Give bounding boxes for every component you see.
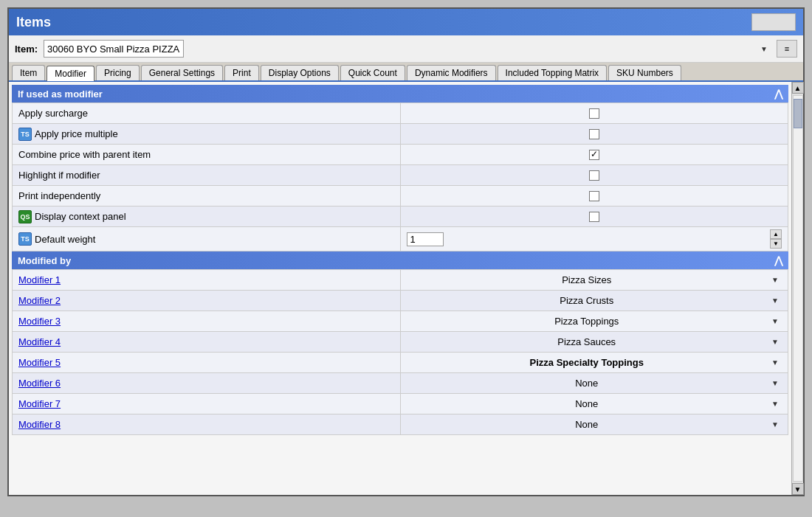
modifier8-selected: None <box>407 419 782 430</box>
tab-modifier[interactable]: Modifier <box>47 66 94 81</box>
modifier8-select-wrapper: None ▼ <box>407 419 782 430</box>
print-independently-value <box>400 186 788 207</box>
tab-sku-numbers[interactable]: SKU Numbers <box>608 65 681 80</box>
tabs-row: Item Modifier Pricing General Settings P… <box>9 63 803 82</box>
spinner-down-button[interactable]: ▼ <box>770 239 782 249</box>
spinner-up-button[interactable]: ▲ <box>770 229 782 239</box>
scroll-up-button[interactable]: ▲ <box>792 82 804 94</box>
qs-icon-context: QS <box>18 210 32 223</box>
scroll-down-button[interactable]: ▼ <box>792 483 804 495</box>
modifier8-link[interactable]: Modifier 8 <box>18 419 61 430</box>
modifier2-selected: Pizza Crusts <box>407 295 782 306</box>
scrollbar: ▲ ▼ <box>791 82 803 495</box>
modifier2-select-wrapper: Pizza Crusts ▼ <box>407 295 782 306</box>
table-row: Combine price with parent item <box>13 145 788 165</box>
tab-general-settings[interactable]: General Settings <box>141 65 223 80</box>
modifier4-label: Modifier 4 <box>13 332 401 353</box>
apply-surcharge-checkbox[interactable] <box>589 108 599 119</box>
apply-price-multiple-value <box>400 124 788 145</box>
tab-display-options[interactable]: Display Options <box>261 65 339 80</box>
modifier2-arrow-icon[interactable]: ▼ <box>771 296 779 305</box>
modified-by-table: Modifier 1 Pizza Sizes ▼ Modifier 2 <box>12 269 788 435</box>
modifier4-link[interactable]: Modifier 4 <box>18 336 61 347</box>
title-bar: Items <box>9 9 803 35</box>
modifier3-value: Pizza Toppings ▼ <box>400 311 788 332</box>
apply-price-multiple-label: TS Apply price multiple <box>13 124 401 145</box>
table-row: Modifier 1 Pizza Sizes ▼ <box>13 270 788 291</box>
content-area: If used as modifier ⋀ Apply surcharge TS <box>9 82 791 495</box>
modifier7-link[interactable]: Modifier 7 <box>18 398 61 409</box>
item-nav-button[interactable]: ≡ <box>777 40 797 58</box>
modifier3-select-wrapper: Pizza Toppings ▼ <box>407 316 782 327</box>
modifier1-value: Pizza Sizes ▼ <box>400 270 788 291</box>
title-bar-right <box>751 13 796 31</box>
table-row: Modifier 3 Pizza Toppings ▼ <box>13 311 788 332</box>
table-row: Modifier 2 Pizza Crusts ▼ <box>13 291 788 311</box>
modifier8-arrow-icon[interactable]: ▼ <box>771 420 779 428</box>
apply-price-multiple-icon-group: TS Apply price multiple <box>18 128 118 141</box>
print-independently-checkbox[interactable] <box>589 191 599 201</box>
table-row: Modifier 6 None ▼ <box>13 373 788 394</box>
display-context-label: QS Display context panel <box>13 207 401 227</box>
modifier1-link[interactable]: Modifier 1 <box>18 274 61 285</box>
modifier6-arrow-icon[interactable]: ▼ <box>771 379 779 387</box>
modifier3-link[interactable]: Modifier 3 <box>18 316 61 327</box>
modifier6-link[interactable]: Modifier 6 <box>18 378 61 389</box>
default-weight-icon-group: TS Default weight <box>18 232 95 246</box>
section1-collapse-icon[interactable]: ⋀ <box>774 88 782 100</box>
ts-icon-weight: TS <box>18 232 32 246</box>
modifier5-arrow-icon[interactable]: ▼ <box>771 358 779 367</box>
table-row: Modifier 7 None ▼ <box>13 394 788 414</box>
table-row: TS Default weight ▲ ▼ <box>13 227 788 251</box>
modifier7-arrow-icon[interactable]: ▼ <box>771 400 779 408</box>
apply-price-multiple-checkbox[interactable] <box>589 129 599 139</box>
scroll-thumb[interactable] <box>794 99 802 128</box>
table-row: Print independently <box>13 186 788 207</box>
highlight-modifier-checkbox[interactable] <box>589 170 599 181</box>
highlight-modifier-label: Highlight if modifier <box>13 165 401 186</box>
item-label: Item: <box>15 44 38 55</box>
tab-dynamic-modifiers[interactable]: Dynamic Modifiers <box>407 65 496 80</box>
table-row: Apply surcharge <box>13 103 788 124</box>
tab-item[interactable]: Item <box>12 65 45 80</box>
combine-price-checkbox[interactable] <box>589 150 599 160</box>
table-row: Modifier 8 None ▼ <box>13 414 788 435</box>
section-modified-by-header: Modified by ⋀ <box>12 251 788 269</box>
modifier1-arrow-icon[interactable]: ▼ <box>771 276 779 284</box>
highlight-modifier-value <box>400 165 788 186</box>
scroll-track[interactable] <box>793 95 803 482</box>
print-independently-label: Print independently <box>13 186 401 207</box>
ts-icon-price-multiple: TS <box>18 128 32 141</box>
modifier4-selected: Pizza Sauces <box>407 336 782 347</box>
table-row: Modifier 5 Pizza Specialty Toppings ▼ <box>13 353 788 373</box>
default-weight-value: ▲ ▼ <box>400 227 788 251</box>
section2-collapse-icon[interactable]: ⋀ <box>774 254 782 266</box>
modifier3-selected: Pizza Toppings <box>407 316 782 327</box>
default-weight-input[interactable] <box>407 232 444 246</box>
display-context-checkbox[interactable] <box>589 212 599 222</box>
modifier4-arrow-icon[interactable]: ▼ <box>771 338 779 346</box>
modifier6-value: None ▼ <box>400 373 788 394</box>
section1-title: If used as modifier <box>18 89 103 100</box>
modifier5-link[interactable]: Modifier 5 <box>18 357 61 368</box>
modifier2-label: Modifier 2 <box>13 291 401 311</box>
default-weight-spinner: ▲ ▼ <box>407 229 782 249</box>
modifier2-link[interactable]: Modifier 2 <box>18 295 61 306</box>
tab-pricing[interactable]: Pricing <box>96 65 140 80</box>
modifier3-arrow-icon[interactable]: ▼ <box>771 317 779 325</box>
modifier6-select-wrapper: None ▼ <box>407 378 782 389</box>
modifier7-label: Modifier 7 <box>13 394 401 414</box>
tab-included-topping-matrix[interactable]: Included Topping Matrix <box>498 65 608 80</box>
item-select[interactable]: 30060 BYO Small Pizza PIZZA <box>44 40 184 58</box>
main-content: If used as modifier ⋀ Apply surcharge TS <box>9 82 803 495</box>
modifier6-selected: None <box>407 378 782 389</box>
modifier5-label: Modifier 5 <box>13 353 401 373</box>
tab-print[interactable]: Print <box>224 65 259 80</box>
display-context-value <box>400 207 788 227</box>
tab-quick-count[interactable]: Quick Count <box>340 65 405 80</box>
modifier4-select-wrapper: Pizza Sauces ▼ <box>407 336 782 347</box>
table-row: TS Apply price multiple <box>13 124 788 145</box>
modifier8-value: None ▼ <box>400 414 788 435</box>
table-row: Highlight if modifier <box>13 165 788 186</box>
modifier7-selected: None <box>407 398 782 409</box>
